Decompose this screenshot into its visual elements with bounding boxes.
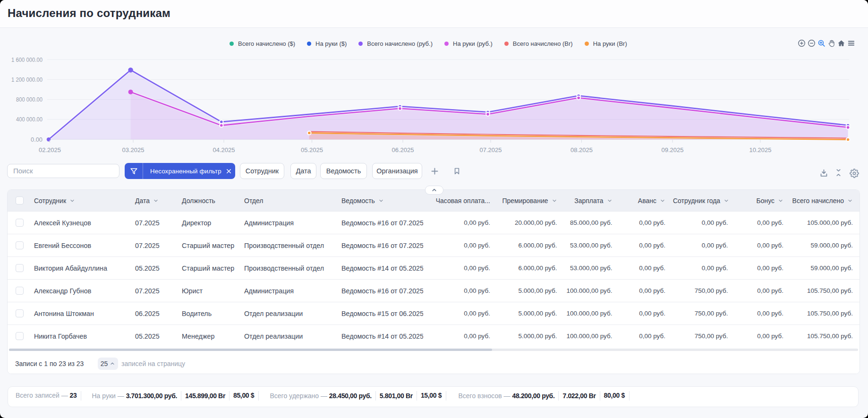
svg-text:02.2025: 02.2025 [39, 146, 61, 154]
svg-text:07.2025: 07.2025 [480, 146, 502, 154]
svg-text:0.00: 0.00 [31, 136, 43, 143]
svg-text:08.2025: 08.2025 [570, 146, 593, 154]
svg-text:09.2025: 09.2025 [662, 146, 684, 154]
svg-text:1 600 000.00: 1 600 000.00 [11, 56, 43, 63]
svg-text:400 000.00: 400 000.00 [16, 116, 43, 123]
svg-text:06.2025: 06.2025 [392, 146, 414, 154]
svg-text:04.2025: 04.2025 [213, 146, 235, 154]
svg-text:05.2025: 05.2025 [301, 146, 323, 154]
svg-text:03.2025: 03.2025 [122, 146, 145, 154]
svg-text:10.2025: 10.2025 [749, 146, 772, 154]
svg-text:1 200 000.00: 1 200 000.00 [11, 76, 43, 83]
svg-text:800 000.00: 800 000.00 [16, 96, 43, 103]
